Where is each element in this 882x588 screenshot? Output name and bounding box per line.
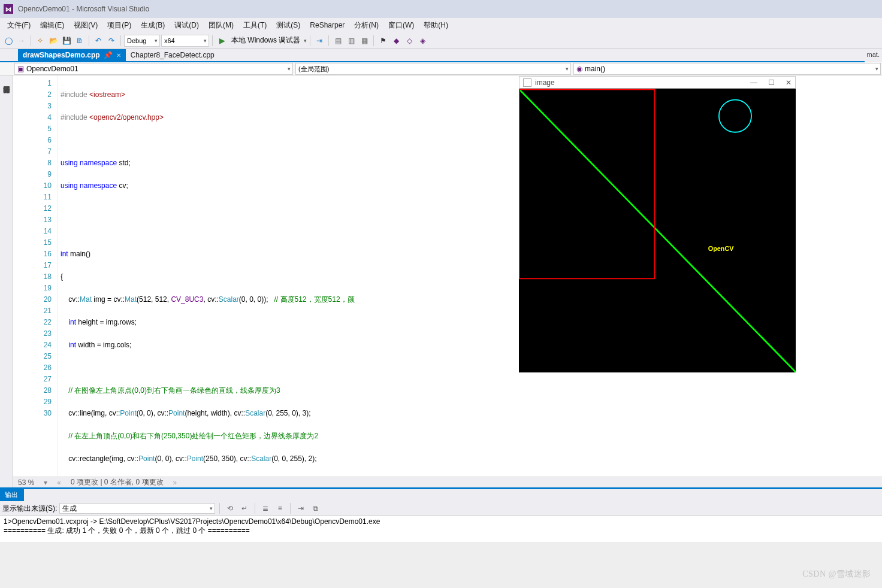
step-button[interactable]: ⇥ <box>313 35 325 47</box>
flag-icon[interactable]: ⚑ <box>377 35 389 47</box>
menu-test[interactable]: 测试(S) <box>271 19 305 32</box>
nav-fwd-button[interactable]: → <box>16 35 28 47</box>
menu-tools[interactable]: 工具(T) <box>238 19 271 32</box>
new-item-button[interactable]: ✧ <box>34 35 46 47</box>
minimize-icon[interactable]: — <box>750 78 757 87</box>
separator <box>31 35 31 46</box>
menu-build[interactable]: 生成(B) <box>136 19 170 32</box>
open-file-button[interactable]: 📂 <box>47 35 59 47</box>
zoom-level[interactable]: 53 % <box>18 478 34 487</box>
output-panel: 输出 显示输出来源(S): 生成 ⟲ ↵ ≣ ≡ ⇥ ⧉ 1>OpencvDem… <box>0 487 882 542</box>
output-list2-icon[interactable]: ≡ <box>274 502 286 514</box>
output-goto-icon[interactable]: ⇥ <box>295 502 307 514</box>
line-gutter: 1234567891011121314151617181920212223242… <box>13 75 58 477</box>
start-debug-button[interactable]: 本地 Windows 调试器 <box>229 35 303 46</box>
project-combo[interactable]: ▣ OpencvDemo01 <box>14 63 293 75</box>
maximize-icon[interactable]: ☐ <box>768 78 775 87</box>
vs-logo-icon: ⋈ <box>4 4 13 14</box>
document-tabs: drawShapesDemo.cpp 📌 ✕ Chapter8_FaceDete… <box>0 49 882 62</box>
menu-bar: 文件(F) 编辑(E) 视图(V) 项目(P) 生成(B) 调试(D) 团队(M… <box>0 18 882 32</box>
side-server-explorer[interactable]: 服务器资源管理器 <box>0 78 13 487</box>
function-combo[interactable]: ◉ main() <box>573 63 881 75</box>
editor-status-bar: 53 % ▾ « 0 项更改 | 0 名作者, 0 项更改 » <box>13 477 882 487</box>
nav-back-button[interactable]: ◯ <box>2 35 14 47</box>
code-nav-bar: ▣ OpencvDemo01 (全局范围) ◉ main() <box>0 62 882 75</box>
platform-combo[interactable]: x64 <box>161 35 209 47</box>
menu-window[interactable]: 窗口(W) <box>383 19 419 32</box>
separator <box>310 35 310 46</box>
undo-button[interactable]: ↶ <box>92 35 104 47</box>
left-sidebar: 服务器资源管理器 工具箱 <box>0 75 13 487</box>
opencv-canvas: OpenCV <box>519 89 796 372</box>
menu-file[interactable]: 文件(F) <box>2 19 35 32</box>
output-toolbar: 显示输出来源(S): 生成 ⟲ ↵ ≣ ≡ ⇥ ⧉ <box>0 501 882 516</box>
separator <box>120 35 121 46</box>
window-title: OpencvDemo01 - Microsoft Visual Studio <box>18 5 149 13</box>
output-text[interactable]: 1>OpencvDemo01.vcxproj -> E:\SoftDevelop… <box>0 516 882 542</box>
close-icon[interactable]: ✕ <box>116 52 121 59</box>
output-wrap-icon[interactable]: ↵ <box>238 502 250 514</box>
right-collapsed-panel[interactable]: mat. <box>865 49 882 62</box>
app-icon <box>523 78 531 87</box>
ext2-icon[interactable]: ◇ <box>403 35 415 47</box>
tab-drawshapes[interactable]: drawShapesDemo.cpp 📌 ✕ <box>18 49 126 61</box>
menu-edit[interactable]: 编辑(E) <box>35 19 69 32</box>
menu-help[interactable]: 帮助(H) <box>419 19 453 32</box>
separator <box>373 35 374 46</box>
output-title[interactable]: 输出 <box>0 489 24 501</box>
menu-view[interactable]: 视图(V) <box>69 19 102 32</box>
output-filter-icon[interactable]: ⧉ <box>309 502 321 514</box>
watermark: CSDN @雪域迷影 <box>802 569 871 580</box>
opencv-window-title: image <box>535 78 555 87</box>
tab-label: drawShapesDemo.cpp <box>23 51 100 59</box>
output-source-label: 显示输出来源(S): <box>2 504 57 514</box>
uncomment-button[interactable]: ▥ <box>345 35 357 47</box>
output-source-combo[interactable]: 生成 <box>59 503 215 514</box>
menu-debug[interactable]: 调试(D) <box>170 19 204 32</box>
ext1-icon[interactable]: ◆ <box>390 35 402 47</box>
separator <box>328 35 329 46</box>
opencv-window-titlebar[interactable]: image — ☐ ✕ <box>519 76 796 89</box>
separator <box>89 35 89 46</box>
tab-label: Chapter8_FaceDetect.cpp <box>131 51 215 59</box>
title-bar: ⋈ OpencvDemo01 - Microsoft Visual Studio <box>0 0 882 18</box>
output-clear-icon[interactable]: ⟲ <box>224 502 236 514</box>
redo-button[interactable]: ↷ <box>105 35 117 47</box>
indent-button[interactable]: ▦ <box>358 35 370 47</box>
scope-combo[interactable]: (全局范围) <box>295 63 571 75</box>
func-icon: ◉ <box>576 65 582 73</box>
tab-facedetect[interactable]: Chapter8_FaceDetect.cpp <box>126 49 219 61</box>
play-icon[interactable]: ▶ <box>216 35 228 47</box>
cpp-icon: ▣ <box>17 65 24 73</box>
codelens-info: 0 项更改 | 0 名作者, 0 项更改 <box>71 477 163 487</box>
save-button[interactable]: 💾 <box>61 35 73 47</box>
menu-project[interactable]: 项目(P) <box>102 19 136 32</box>
svg-text:OpenCV: OpenCV <box>708 245 734 252</box>
separator <box>212 35 213 46</box>
save-all-button[interactable]: 🗎 <box>74 35 86 47</box>
ext3-icon[interactable]: ◈ <box>416 35 428 47</box>
main-toolbar: ◯ → ✧ 📂 💾 🗎 ↶ ↷ Debug x64 ▶ 本地 Windows 调… <box>0 32 882 49</box>
config-combo[interactable]: Debug <box>124 35 160 47</box>
menu-team[interactable]: 团队(M) <box>204 19 238 32</box>
output-list-icon[interactable]: ≣ <box>259 502 271 514</box>
pin-icon[interactable]: 📌 <box>104 51 113 59</box>
comment-button[interactable]: ▤ <box>332 35 344 47</box>
close-icon[interactable]: ✕ <box>786 78 792 87</box>
menu-analyze[interactable]: 分析(N) <box>349 19 383 32</box>
menu-resharper[interactable]: ReSharper <box>305 20 349 31</box>
